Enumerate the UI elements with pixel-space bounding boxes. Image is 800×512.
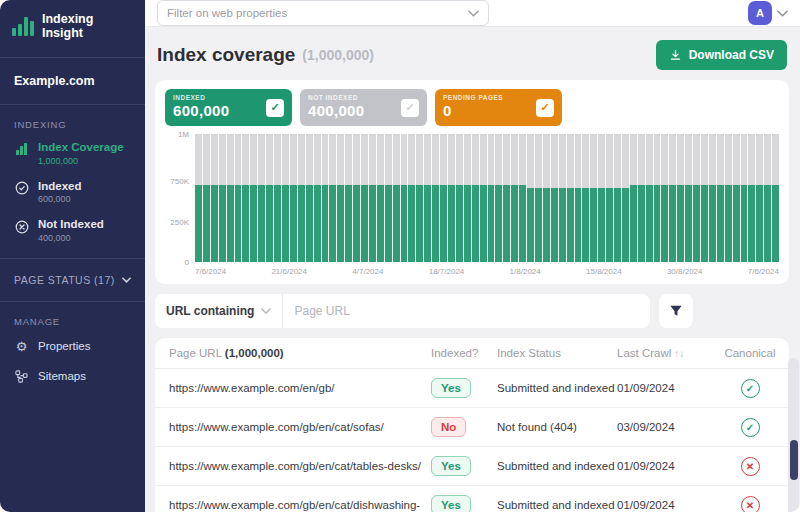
- indexed-badge: Yes: [431, 378, 471, 398]
- chart-bar: [227, 134, 234, 262]
- chart-bar: [385, 134, 392, 262]
- chevron-down-icon[interactable]: [777, 10, 788, 17]
- chart-bar: [527, 134, 534, 262]
- sidebar-item-index-coverage[interactable]: Index Coverage 1,000,000: [0, 134, 145, 173]
- page-header: Index coverage (1,000,000) Download CSV: [155, 27, 789, 80]
- chart-bar: [741, 134, 748, 262]
- stat-card-not-indexed[interactable]: NOT INDEXED 400,000 ✓: [300, 89, 427, 126]
- chart-bar: [408, 134, 415, 262]
- table-row[interactable]: https://www.example.com/gb/en/cat/dishwa…: [155, 486, 789, 512]
- sidebar-item-indexed[interactable]: Indexed 600,000: [0, 173, 145, 212]
- sidebar-item-count: 1,000,000: [38, 156, 124, 166]
- web-properties-filter-placeholder: Filter on web properties: [167, 7, 287, 19]
- divider: [0, 57, 145, 58]
- index-coverage-chart-card: INDEXED 600,000 ✓ NOT INDEXED 400,000 ✓ …: [155, 80, 789, 284]
- app-window: IndexingInsight Example.com INDEXING Ind…: [0, 0, 800, 512]
- sidebar-item-label: Sitemaps: [38, 370, 86, 382]
- sidebar-item-label: Indexed: [38, 180, 81, 194]
- canonical-status-icon: ✓: [741, 379, 760, 398]
- indexed-badge: Yes: [431, 495, 471, 512]
- page-url-cell[interactable]: https://www.example.com/en/gb/: [169, 382, 431, 394]
- chart-bar: [314, 134, 321, 262]
- chart-bar: [266, 134, 273, 262]
- index-status-cell: Submitted and indexed: [497, 382, 617, 394]
- sidebar-item-sitemaps[interactable]: Sitemaps: [0, 361, 145, 391]
- chart-bar: [258, 134, 265, 262]
- sidebar-item-properties[interactable]: ⚙ Properties: [0, 331, 145, 361]
- last-crawl-cell: 01/09/2024: [617, 382, 719, 394]
- sidebar: IndexingInsight Example.com INDEXING Ind…: [0, 0, 145, 512]
- chart-bar: [298, 134, 305, 262]
- canonical-status-icon: ✕: [741, 496, 760, 512]
- chart-bar: [764, 134, 771, 262]
- page-title-count: (1,000,000): [302, 47, 374, 63]
- apply-filter-button[interactable]: [659, 294, 693, 328]
- stat-card-indexed[interactable]: INDEXED 600,000 ✓: [165, 89, 292, 126]
- page-status-label: PAGE STATUS (17): [14, 274, 115, 286]
- scrollbar-thumb[interactable]: [790, 440, 798, 480]
- index-status-cell: Submitted and indexed: [497, 460, 617, 472]
- table-row[interactable]: https://www.example.com/gb/en/cat/tables…: [155, 447, 789, 486]
- page-url-cell[interactable]: https://www.example.com/gb/en/cat/tables…: [169, 460, 431, 472]
- chart-x-axis: 7/6/202421/6/20244/7/202418/7/20241/8/20…: [195, 267, 779, 278]
- chart-bar: [424, 134, 431, 262]
- table-row[interactable]: https://www.example.com/en/gb/ Yes Submi…: [155, 369, 789, 408]
- chart-bar: [606, 134, 613, 262]
- manage-section-label: MANAGE: [0, 310, 145, 331]
- chart-bar: [432, 134, 439, 262]
- download-csv-button[interactable]: Download CSV: [656, 40, 787, 70]
- chart-plot[interactable]: [195, 134, 779, 262]
- main-area: Filter on web properties A Index coverag…: [145, 0, 800, 512]
- page-url-input[interactable]: [283, 304, 650, 318]
- table-row[interactable]: https://www.example.com/gb/en/cat/sofas/…: [155, 408, 789, 447]
- chevron-down-icon: [261, 308, 271, 314]
- chart-bar: [622, 134, 629, 262]
- site-name[interactable]: Example.com: [0, 66, 145, 96]
- chart-bar: [733, 134, 740, 262]
- stats-row: INDEXED 600,000 ✓ NOT INDEXED 400,000 ✓ …: [165, 89, 779, 126]
- chart-bar: [717, 134, 724, 262]
- chart-bar: [630, 134, 637, 262]
- y-tick-label: 0: [185, 258, 189, 267]
- download-csv-label: Download CSV: [689, 48, 774, 62]
- funnel-filter-icon: [669, 304, 683, 318]
- divider: [0, 258, 145, 259]
- checkbox-checked[interactable]: ✓: [536, 99, 554, 117]
- stat-card-pending-pages[interactable]: PENDING PAGES 0 ✓: [435, 89, 562, 126]
- chart-bar: [590, 134, 597, 262]
- indexed-badge: No: [431, 417, 466, 437]
- chart-bar: [211, 134, 218, 262]
- page-url-cell[interactable]: https://www.example.com/gb/en/cat/dishwa…: [169, 499, 431, 511]
- chart-bar: [361, 134, 368, 262]
- sidebar-item-not-indexed[interactable]: Not Indexed 400,000: [0, 211, 145, 250]
- chart-bar: [219, 134, 226, 262]
- web-properties-filter-select[interactable]: Filter on web properties: [157, 0, 489, 26]
- sitemap-icon: [14, 369, 29, 384]
- checkbox-checked[interactable]: ✓: [266, 99, 284, 117]
- index-status-cell: Not found (404): [497, 421, 617, 433]
- chart-bar: [709, 134, 716, 262]
- last-crawl-cell: 03/09/2024: [617, 421, 719, 433]
- check-circle-icon: [14, 181, 29, 196]
- chart-bar: [464, 134, 471, 262]
- bar-chart-icon: [14, 142, 29, 157]
- chart-bar: [337, 134, 344, 262]
- page-status-toggle[interactable]: PAGE STATUS (17): [0, 267, 145, 293]
- sort-icon[interactable]: ↑↓: [674, 348, 684, 359]
- chart-bar: [306, 134, 313, 262]
- chart-bar: [669, 134, 676, 262]
- chart-bar: [345, 134, 352, 262]
- x-tick-label: 15/8/2024: [586, 267, 622, 276]
- chart-bar: [685, 134, 692, 262]
- logo[interactable]: IndexingInsight: [0, 10, 145, 49]
- url-filter-mode-select[interactable]: URL containing: [155, 304, 282, 318]
- chart-bar: [401, 134, 408, 262]
- checkbox-unchecked[interactable]: ✓: [401, 99, 419, 117]
- chart-bar: [480, 134, 487, 262]
- chart-bar: [511, 134, 518, 262]
- page-url-cell[interactable]: https://www.example.com/gb/en/cat/sofas/: [169, 421, 431, 433]
- avatar[interactable]: A: [748, 1, 772, 25]
- pages-table: Page URL (1,000,000) Indexed? Index Stat…: [155, 338, 789, 512]
- chart-bar: [559, 134, 566, 262]
- chart-bar: [495, 134, 502, 262]
